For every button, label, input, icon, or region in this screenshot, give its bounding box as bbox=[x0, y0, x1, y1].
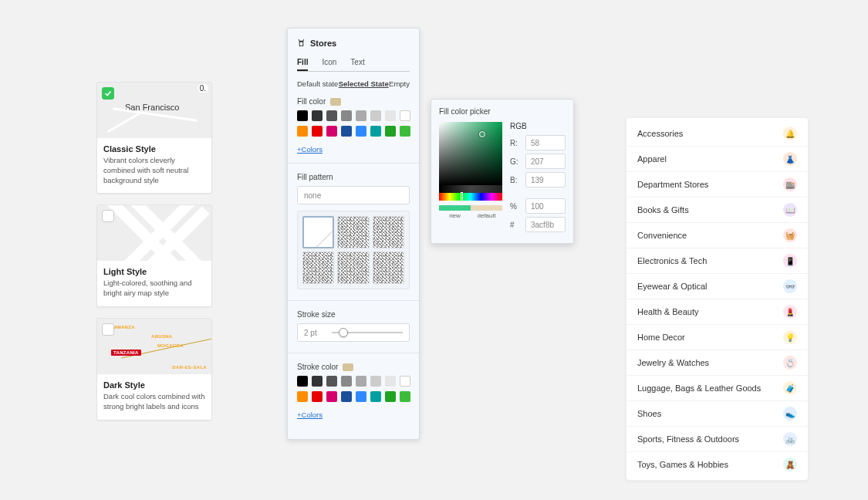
style-card-dark[interactable]: MWANZAABUSNAMOGAGEATANZANIADAR-ES-SALADa… bbox=[96, 318, 212, 421]
color-swatch[interactable] bbox=[312, 110, 323, 121]
fill-color-label: Fill color bbox=[297, 97, 410, 106]
color-swatch[interactable] bbox=[356, 110, 366, 121]
category-label: Electronics & Tech bbox=[637, 256, 707, 265]
color-swatch[interactable] bbox=[400, 110, 410, 121]
color-swatch[interactable] bbox=[326, 126, 337, 137]
satval-cursor[interactable] bbox=[479, 131, 485, 137]
category-row[interactable]: Jewelry & Watches💍 bbox=[627, 350, 808, 376]
category-label: Luggage, Bags & Leather Goods bbox=[637, 383, 761, 393]
category-row[interactable]: Home Decor💡 bbox=[627, 325, 808, 350]
color-swatch[interactable] bbox=[370, 376, 381, 387]
color-swatch[interactable] bbox=[312, 391, 323, 402]
pattern-option-3[interactable] bbox=[373, 216, 404, 248]
fill-color-current-swatch[interactable] bbox=[330, 98, 341, 106]
category-row[interactable]: Convenience🧺 bbox=[627, 223, 808, 248]
category-row[interactable]: Apparel👗 bbox=[627, 147, 808, 172]
value-strip[interactable] bbox=[439, 185, 502, 193]
style-checkbox[interactable] bbox=[102, 87, 114, 100]
color-swatch[interactable] bbox=[385, 126, 396, 137]
category-row[interactable]: Luggage, Bags & Leather Goods🧳 bbox=[627, 376, 808, 401]
tab-icon[interactable]: Icon bbox=[322, 58, 336, 71]
color-swatch[interactable] bbox=[297, 110, 308, 121]
tab-empty-state[interactable]: Empty bbox=[389, 79, 410, 88]
slider-track[interactable] bbox=[332, 332, 403, 333]
color-swatch[interactable] bbox=[326, 391, 337, 402]
shoe-icon: 👟 bbox=[783, 407, 797, 421]
style-thumb: MWANZAABUSNAMOGAGEATANZANIADAR-ES-SALA bbox=[97, 319, 211, 374]
color-swatch[interactable] bbox=[385, 110, 396, 121]
r-input[interactable] bbox=[525, 135, 566, 150]
tab-text[interactable]: Text bbox=[350, 58, 364, 71]
tab-fill[interactable]: Fill bbox=[297, 58, 308, 71]
color-swatch[interactable] bbox=[312, 376, 323, 387]
fill-palette-row2 bbox=[297, 126, 410, 137]
color-swatch[interactable] bbox=[297, 126, 308, 137]
style-card-classic[interactable]: 0.Classic StyleVibrant colors cleverly c… bbox=[96, 82, 212, 194]
basket-icon: 🧺 bbox=[783, 228, 797, 242]
fill-pattern-select[interactable] bbox=[297, 186, 410, 204]
hex-input[interactable] bbox=[525, 217, 566, 232]
hue-cursor[interactable] bbox=[461, 192, 463, 201]
color-swatch[interactable] bbox=[400, 391, 410, 402]
pattern-option-6[interactable] bbox=[373, 252, 404, 284]
pattern-option-4[interactable] bbox=[302, 252, 334, 284]
category-row[interactable]: Accessories🔔 bbox=[627, 121, 808, 147]
saturation-value-field[interactable] bbox=[439, 122, 502, 185]
tab-selected-state[interactable]: Selected State bbox=[339, 79, 389, 88]
color-swatch[interactable] bbox=[341, 126, 352, 137]
category-row[interactable]: Sports, Fitness & Outdoors🚲 bbox=[627, 427, 808, 452]
category-label: Accessories bbox=[637, 129, 683, 138]
color-swatch[interactable] bbox=[341, 110, 352, 121]
category-row[interactable]: Shoes👟 bbox=[627, 401, 808, 427]
category-row[interactable]: Books & Gifts📖 bbox=[627, 198, 808, 223]
new-color-swatch bbox=[439, 205, 471, 211]
tab-default-state[interactable]: Default state bbox=[297, 79, 338, 88]
color-picker-popover: Fill color picker new default RGB R: G: … bbox=[431, 99, 574, 244]
hue-strip[interactable] bbox=[439, 193, 502, 201]
category-label: Sports, Fitness & Outdoors bbox=[637, 434, 739, 444]
color-swatch[interactable] bbox=[341, 376, 352, 387]
category-row[interactable]: Electronics & Tech📱 bbox=[627, 248, 808, 274]
style-card-light[interactable]: Light StyleLight-colored, soothing and b… bbox=[96, 204, 212, 307]
color-swatch[interactable] bbox=[356, 391, 366, 402]
alpha-input[interactable] bbox=[525, 198, 566, 214]
g-input[interactable] bbox=[525, 154, 566, 169]
color-swatch[interactable] bbox=[326, 110, 337, 121]
lipstick-icon: 💄 bbox=[783, 305, 797, 319]
stroke-size-slider[interactable]: 2 pt bbox=[297, 323, 410, 342]
category-label: Department Stores bbox=[637, 180, 708, 189]
color-swatch[interactable] bbox=[370, 126, 381, 137]
color-swatch[interactable] bbox=[356, 126, 366, 137]
category-row[interactable]: Eyewear & Optical👓 bbox=[627, 274, 808, 299]
color-swatch[interactable] bbox=[326, 376, 337, 387]
fill-more-colors-link[interactable]: +Colors bbox=[297, 145, 323, 154]
category-label: Apparel bbox=[637, 154, 667, 164]
category-row[interactable]: Health & Beauty💄 bbox=[627, 299, 808, 325]
pattern-option-none[interactable] bbox=[302, 216, 334, 248]
color-swatch[interactable] bbox=[341, 391, 352, 402]
color-swatch[interactable] bbox=[370, 110, 381, 121]
stroke-color-current-swatch[interactable] bbox=[343, 363, 353, 371]
color-swatch[interactable] bbox=[312, 126, 323, 137]
color-swatch[interactable] bbox=[356, 376, 366, 387]
style-checkbox[interactable] bbox=[102, 323, 114, 336]
color-swatch[interactable] bbox=[385, 376, 396, 387]
style-desc: Light-colored, soothing and bright airy … bbox=[103, 279, 205, 299]
category-row[interactable]: Toys, Games & Hobbies🧸 bbox=[627, 452, 808, 477]
slider-handle[interactable] bbox=[339, 328, 348, 337]
stroke-more-colors-link[interactable]: +Colors bbox=[297, 410, 323, 419]
color-swatch[interactable] bbox=[385, 391, 396, 402]
fill-pattern-label: Fill pattern bbox=[297, 173, 410, 181]
dress-icon: 👗 bbox=[783, 152, 797, 166]
color-swatch[interactable] bbox=[400, 376, 410, 387]
style-checkbox[interactable] bbox=[102, 210, 114, 222]
pattern-option-5[interactable] bbox=[337, 252, 369, 284]
color-swatch[interactable] bbox=[370, 391, 381, 402]
pattern-option-2[interactable] bbox=[337, 216, 369, 248]
color-swatch[interactable] bbox=[400, 126, 410, 137]
editor-header: Stores bbox=[297, 36, 410, 50]
b-input[interactable] bbox=[525, 172, 566, 188]
color-swatch[interactable] bbox=[297, 391, 308, 402]
category-row[interactable]: Department Stores🏬 bbox=[627, 172, 808, 198]
color-swatch[interactable] bbox=[297, 376, 308, 387]
